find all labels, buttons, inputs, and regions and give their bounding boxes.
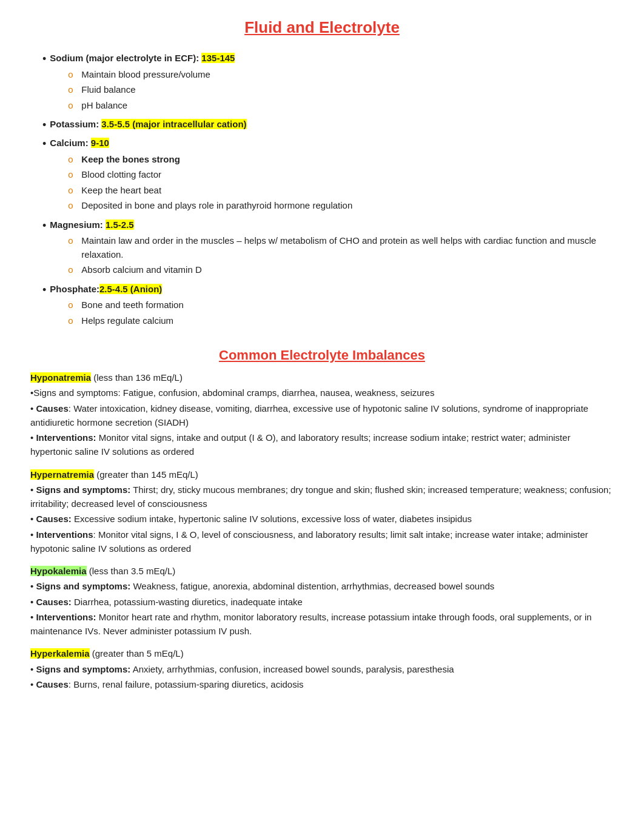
- potassium-label: Potassium: 3.5-5.5 (major intracellular …: [50, 119, 246, 129]
- magnesium-value: 1.5-2.5: [106, 220, 134, 230]
- magnesium-sub-list: o Maintain law and order in the muscles …: [50, 234, 614, 277]
- hyponatremia-section: Hyponatremia (less than 136 mEq/L) •Sign…: [30, 371, 614, 459]
- hyperkalemia-causes-line: • Causes: Burns, renal failure, potassiu…: [30, 677, 614, 691]
- signs-label3: Signs and symptoms:: [36, 581, 130, 591]
- calcium-sub-2: o Blood clotting factor: [68, 168, 352, 182]
- hypernatremia-header: Hypernatremia (greater than 145 mEq/L): [30, 468, 614, 481]
- hypernatremia-interventions-line: • Interventions: Monitor vital signs, I …: [30, 528, 614, 556]
- hypokalemia-header: Hypokalemia (less than 3.5 mEq/L): [30, 564, 614, 578]
- bullet-phosphate: •: [42, 283, 46, 298]
- hyponatremia-header: Hyponatremia (less than 136 mEq/L): [30, 371, 614, 384]
- hypernatremia-term: Hypernatremia: [30, 469, 94, 480]
- causes-label: Causes: [36, 403, 68, 414]
- bullet-potassium: •: [42, 118, 46, 133]
- page-title: Fluid and Electrolyte: [30, 18, 614, 37]
- list-item-sodium: • Sodium (major electrolyte in ECF): 135…: [42, 52, 614, 114]
- phosphate-sub-list: o Bone and teeth formation o Helps regul…: [50, 298, 183, 327]
- sodium-sub-1: o Maintain blood pressure/volume: [68, 68, 235, 82]
- hypokalemia-interventions-line: • Interventions: Monitor heart rate and …: [30, 610, 614, 639]
- sodium-sub-list: o Maintain blood pressure/volume o Fluid…: [50, 68, 235, 113]
- potassium-value: 3.5-5.5 (major intracellular cation): [101, 119, 246, 129]
- calcium-value: 9-10: [91, 138, 109, 148]
- hyperkalemia-section: Hyperkalemia (greater than 5 mEq/L) • Si…: [30, 646, 614, 691]
- calcium-sub-4: o Deposited in bone and plays role in pa…: [68, 199, 352, 213]
- bullet-calcium: •: [42, 136, 46, 152]
- phosphate-sub-1: o Bone and teeth formation: [68, 298, 183, 312]
- causes-label2: Causes:: [36, 514, 71, 524]
- hyponatremia-interventions-line: • Interventions: Monitor vital signs, in…: [30, 431, 614, 459]
- signs-label4: Signs and symptoms:: [36, 664, 130, 674]
- phosphate-name: Phosphate:: [50, 284, 99, 294]
- hyperkalemia-header: Hyperkalemia (greater than 5 mEq/L): [30, 646, 614, 660]
- o-bullet: o: [68, 263, 78, 277]
- magnesium-label: Magnesium: 1.5-2.5: [50, 220, 133, 230]
- signs-label: Signs and symptoms:: [33, 387, 123, 398]
- magnesium-sub-2: o Absorb calcium and vitamin D: [68, 263, 614, 277]
- calcium-sub-3: o Keep the heart beat: [68, 184, 352, 198]
- list-item-phosphate: • Phosphate:2.5-4.5 (Anion) o Bone and t…: [42, 283, 614, 330]
- list-item-potassium: • Potassium: 3.5-5.5 (major intracellula…: [42, 118, 614, 133]
- interventions-label: Interventions:: [36, 432, 96, 443]
- calcium-sub-list: o Keep the bones strong o Blood clotting…: [50, 153, 352, 213]
- o-bullet: o: [68, 184, 78, 198]
- o-bullet: o: [68, 234, 78, 248]
- electrolytes-list: • Sodium (major electrolyte in ECF): 135…: [30, 52, 614, 329]
- hypokalemia-causes-line: • Causes: Diarrhea, potassium-wasting di…: [30, 595, 614, 609]
- hypokalemia-signs-line: • Signs and symptoms: Weakness, fatigue,…: [30, 579, 614, 593]
- phosphate-value: 2.5-4.5 (Anion): [99, 284, 162, 294]
- causes-label4: Causes: [36, 679, 68, 689]
- o-bullet: o: [68, 199, 78, 213]
- magnesium-sub-1: o Maintain law and order in the muscles …: [68, 234, 614, 261]
- hypernatremia-causes-line: • Causes: Excessive sodium intake, hyper…: [30, 512, 614, 526]
- o-bullet: o: [68, 298, 78, 312]
- list-item-calcium: • Calcium: 9-10 o Keep the bones strong …: [42, 136, 614, 215]
- o-bullet: o: [68, 83, 78, 97]
- hypokalemia-section: Hypokalemia (less than 3.5 mEq/L) • Sign…: [30, 564, 614, 638]
- sodium-sub-3: o pH balance: [68, 99, 235, 113]
- hypokalemia-term: Hypokalemia: [30, 566, 87, 576]
- sodium-label: Sodium (major electrolyte in ECF): 135-1…: [50, 53, 235, 63]
- calcium-label: Calcium: 9-10: [50, 138, 109, 148]
- sodium-name: Sodium (major electrolyte in ECF):: [50, 53, 199, 63]
- hyperkalemia-signs-line: • Signs and symptoms: Anxiety, arrhythmi…: [30, 662, 614, 676]
- o-bullet: o: [68, 168, 78, 182]
- interventions-label3: Interventions:: [36, 612, 96, 622]
- o-bullet: o: [68, 99, 78, 113]
- hyponatremia-signs-line: •Signs and symptoms: Fatigue, confusion,…: [30, 386, 614, 400]
- list-item-magnesium: • Magnesium: 1.5-2.5 o Maintain law and …: [42, 218, 614, 279]
- hyperkalemia-term: Hyperkalemia: [30, 648, 90, 659]
- hyponatremia-term: Hyponatremia: [30, 372, 91, 383]
- hyponatremia-causes-line: • Causes: Water intoxication, kidney dis…: [30, 401, 614, 430]
- phosphate-label: Phosphate:2.5-4.5 (Anion): [50, 284, 162, 294]
- bullet-sodium: •: [42, 52, 46, 67]
- section2-title: Common Electrolyte Imbalances: [30, 347, 614, 363]
- causes-label3: Causes:: [36, 597, 71, 607]
- bullet-magnesium: •: [42, 218, 46, 233]
- calcium-name: Calcium:: [50, 138, 88, 148]
- interventions-label2: Interventions: [36, 529, 93, 540]
- potassium-name: Potassium:: [50, 119, 99, 129]
- sodium-value: 135-145: [201, 53, 235, 63]
- o-bullet: o: [68, 314, 78, 328]
- signs-label2: Signs and symptoms:: [36, 485, 130, 495]
- o-bullet: o: [68, 68, 78, 82]
- magnesium-name: Magnesium:: [50, 220, 103, 230]
- calcium-sub-1: o Keep the bones strong: [68, 153, 352, 167]
- sodium-sub-2: o Fluid balance: [68, 83, 235, 97]
- phosphate-sub-2: o Helps regulate calcium: [68, 314, 183, 328]
- o-bullet: o: [68, 153, 78, 167]
- hypernatremia-signs-line: • Signs and symptoms: Thirst; dry, stick…: [30, 483, 614, 511]
- hypernatremia-section: Hypernatremia (greater than 145 mEq/L) •…: [30, 468, 614, 556]
